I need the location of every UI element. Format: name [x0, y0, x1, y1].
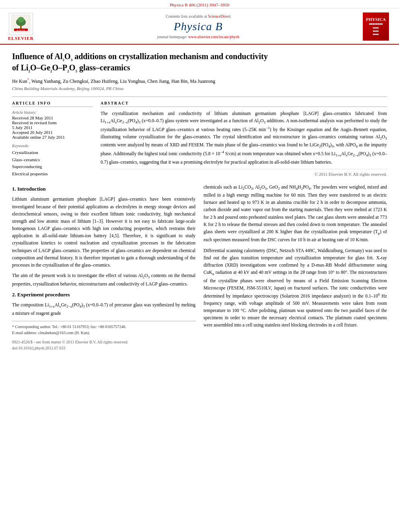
logo-area: ELSEVIER ELSEVIER: [8, 13, 34, 41]
body-left-col: 1. Introduction Lithium aluminum germani…: [12, 183, 195, 351]
journal-header: ELSEVIER ELSEVIER Contents lists availab…: [0, 8, 399, 45]
intro-para-2: The aim of the present work is to invest…: [12, 272, 195, 288]
intro-heading: 1. Introduction: [12, 185, 195, 193]
experiment-heading: 2. Experiment procedures: [12, 291, 195, 299]
right-para-2: Differential scanning calorimetry (DSC, …: [204, 247, 387, 329]
footnote-email: E-mail address: clmahekun@163.com (H. Ku…: [12, 330, 195, 336]
keyword-1: Crystallization: [12, 149, 93, 156]
received-date: Received 28 May 2011: [12, 115, 93, 120]
elsevier-logo: ELSEVIER ELSEVIER: [8, 13, 34, 41]
online-date: Available online 27 July 2011: [12, 135, 93, 140]
article-info-col: ARTICLE INFO Article history: Received 2…: [12, 101, 93, 177]
article-area: Influence of Al2O3 additions on crystall…: [0, 45, 399, 357]
keyword-4: Electrical properties: [12, 170, 93, 178]
physica-badge-area: PHYSICA ■■■■■■■■ ■■■■■■■■■■■■: [363, 12, 391, 41]
body-content: 1. Introduction Lithium aluminum germani…: [12, 183, 387, 351]
history-label: Article history:: [12, 110, 93, 115]
right-para-1: chemicals such as Li2CO3, Al2O3, GeO2 an…: [204, 183, 387, 244]
svg-point-2: [18, 17, 24, 23]
svg-rect-3: [20, 25, 22, 29]
sciencedirect-link[interactable]: ScienceDirect: [208, 14, 230, 18]
affiliation: China Building Materials Academy, Beijin…: [12, 86, 387, 91]
elsevier-text: ELSEVIER: [8, 36, 34, 41]
authors: He Kun*, Wang Yanhang, Zu Chengkui, Zhao…: [12, 78, 387, 84]
bottom-copyright: 0921-4526/$ - see front matter © 2011 El…: [12, 339, 195, 351]
keywords-label: Keywords:: [12, 144, 93, 148]
experiment-title: Experiment procedures: [17, 292, 70, 298]
abstract-heading: ABSTRACT: [101, 101, 387, 107]
copyright-line1: 0921-4526/$ - see front matter © 2011 El…: [12, 339, 195, 345]
article-title: Influence of Al2O3 additions on crystall…: [12, 51, 387, 74]
intro-para-1: Lithium aluminum germanium phosphate [LA…: [12, 195, 195, 269]
contents-label: Contents lists available at: [166, 14, 207, 18]
abstract-col: ABSTRACT The crystallization mechanism a…: [101, 101, 387, 177]
article-info-abstract: ARTICLE INFO Article history: Received 2…: [12, 97, 387, 177]
revised-label: Received in revised form: [12, 120, 93, 125]
article-info-heading: ARTICLE INFO: [12, 101, 93, 107]
homepage-url[interactable]: www.elsevier.com/locate/physb: [188, 35, 239, 39]
experiment-number: 2.: [12, 292, 16, 298]
svg-text:ELSEVIER: ELSEVIER: [16, 29, 25, 31]
abstract-copyright: © 2011 Elsevier B.V. All rights reserved…: [101, 169, 387, 177]
body-right-col: chemicals such as Li2CO3, Al2O3, GeO2 an…: [204, 183, 387, 351]
elsevier-logo-image: ELSEVIER: [9, 13, 33, 35]
intro-number: 1.: [12, 186, 16, 192]
keyword-3: Superconducting: [12, 163, 93, 170]
intro-title: Introduction: [17, 186, 46, 192]
revised-date: 5 July 2011: [12, 125, 93, 130]
journal-center: Contents lists available at ScienceDirec…: [34, 14, 363, 39]
keyword-2: Glass–ceramics: [12, 156, 93, 164]
physica-badge: PHYSICA ■■■■■■■■ ■■■■■■■■■■■■: [363, 12, 389, 41]
copyright-line2: doi:10.1016/j.physb.2011.07.033: [12, 345, 195, 351]
accepted-date: Accepted 20 July 2011: [12, 130, 93, 135]
footnote-area: * Corresponding author. Tel.: +86 01 511…: [12, 321, 195, 336]
abstract-text: The crystallization mechanism and conduc…: [101, 110, 387, 166]
contents-line: Contents lists available at ScienceDirec…: [34, 14, 363, 18]
journal-citation: Physica B 406 (2011) 3947–3950: [170, 2, 229, 7]
footnote-corresponding: * Corresponding author. Tel.: +86 01 511…: [12, 324, 195, 330]
homepage-label: journal homepage:: [157, 35, 187, 39]
journal-homepage: journal homepage: www.elsevier.com/locat…: [34, 35, 363, 39]
journal-title: Physica B: [34, 20, 363, 33]
experiment-para-1: The composition Li1+xAlxGe2−x(PO4)3 (x=0…: [12, 301, 195, 317]
top-bar: Physica B 406 (2011) 3947–3950: [0, 0, 399, 8]
